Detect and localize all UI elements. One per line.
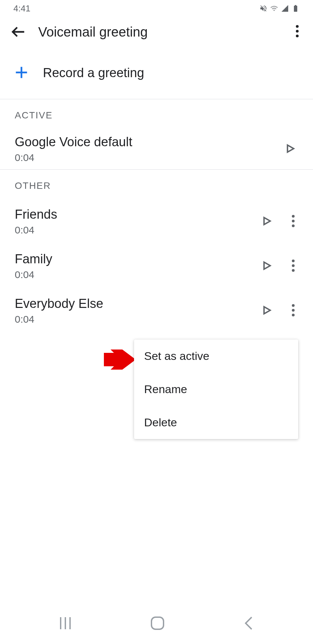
play-button[interactable] — [259, 257, 275, 276]
more-vertical-icon — [292, 304, 295, 317]
app-bar: Voicemail greeting — [0, 17, 313, 47]
more-options-button[interactable] — [292, 21, 302, 42]
svg-point-3 — [296, 35, 299, 37]
greeting-title: Family — [15, 252, 252, 266]
greeting-item-friends[interactable]: Friends 0:04 — [0, 199, 313, 244]
page-title: Voicemail greeting — [38, 24, 292, 40]
back-button[interactable] — [11, 24, 26, 40]
greeting-title: Google Voice default — [15, 135, 275, 149]
status-time: 4:41 — [13, 3, 30, 14]
svg-point-1 — [296, 25, 299, 28]
greeting-duration: 0:04 — [15, 269, 252, 280]
more-vertical-icon — [292, 215, 295, 227]
annotation-arrow — [104, 350, 136, 371]
svg-point-10 — [292, 224, 295, 227]
play-icon — [262, 305, 271, 316]
svg-point-8 — [292, 215, 295, 217]
recent-icon — [59, 616, 71, 631]
more-vertical-icon — [296, 25, 299, 38]
mute-icon — [259, 4, 267, 12]
record-label: Record a greeting — [43, 66, 144, 80]
wifi-icon — [270, 4, 278, 12]
arrow-left-icon — [11, 24, 26, 40]
item-more-button[interactable] — [288, 301, 298, 321]
item-more-button[interactable] — [288, 211, 298, 232]
play-icon — [286, 143, 295, 154]
menu-delete[interactable]: Delete — [134, 406, 298, 439]
greeting-title: Everybody Else — [15, 297, 252, 311]
svg-marker-11 — [264, 262, 270, 269]
svg-point-2 — [296, 30, 299, 33]
battery-icon — [292, 4, 300, 12]
play-button[interactable] — [259, 212, 275, 231]
play-button[interactable] — [282, 140, 298, 159]
menu-set-active[interactable]: Set as active — [134, 339, 298, 373]
navigation-bar — [0, 604, 313, 644]
greeting-title: Friends — [15, 207, 252, 222]
svg-point-12 — [292, 259, 295, 262]
svg-marker-19 — [104, 350, 136, 370]
greeting-item-everybody-else[interactable]: Everybody Else 0:04 — [0, 288, 313, 333]
active-section-header: ACTIVE — [0, 99, 313, 129]
svg-marker-7 — [264, 217, 270, 224]
item-more-button[interactable] — [288, 256, 298, 277]
nav-recent-button[interactable] — [59, 616, 71, 632]
play-icon — [262, 216, 271, 226]
active-greeting-item[interactable]: Google Voice default 0:04 — [0, 129, 313, 169]
nav-back-button[interactable] — [244, 616, 254, 632]
svg-point-17 — [292, 309, 295, 311]
svg-point-13 — [292, 264, 295, 267]
svg-point-14 — [292, 269, 295, 272]
greeting-duration: 0:04 — [15, 224, 252, 236]
plus-icon — [15, 66, 28, 80]
svg-point-16 — [292, 304, 295, 307]
other-section-header: OTHER — [0, 170, 313, 199]
signal-icon — [281, 4, 289, 12]
greeting-item-family[interactable]: Family 0:04 — [0, 244, 313, 288]
status-bar: 4:41 — [0, 0, 313, 17]
svg-marker-15 — [264, 307, 270, 314]
play-icon — [262, 260, 271, 271]
nav-home-button[interactable] — [150, 616, 165, 632]
svg-point-18 — [292, 314, 295, 316]
greeting-duration: 0:04 — [15, 152, 275, 163]
chevron-left-icon — [244, 616, 254, 631]
menu-rename[interactable]: Rename — [134, 373, 298, 406]
record-greeting-button[interactable]: Record a greeting — [0, 47, 313, 99]
svg-rect-23 — [151, 617, 164, 629]
status-icons — [259, 4, 300, 12]
svg-point-9 — [292, 219, 295, 222]
svg-marker-6 — [288, 145, 294, 152]
context-menu: Set as active Rename Delete — [134, 339, 298, 439]
play-button[interactable] — [259, 302, 275, 320]
home-icon — [150, 616, 165, 631]
greeting-duration: 0:04 — [15, 314, 252, 325]
more-vertical-icon — [292, 259, 295, 272]
